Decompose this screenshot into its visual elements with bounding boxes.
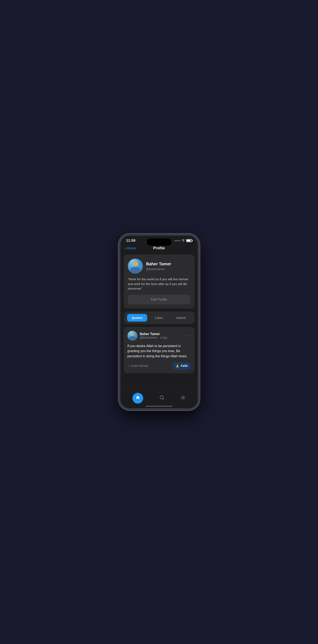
phone-screen: 11:59	[120, 236, 198, 408]
tab-bar-home[interactable]	[132, 393, 143, 404]
signal-dot-1	[175, 240, 176, 241]
profile-card: Baher Tamer @bahertamer "Work for this w…	[124, 254, 194, 308]
battery-icon	[186, 239, 192, 242]
faith-badge-button[interactable]: 🙏 Faith	[172, 362, 190, 370]
edit-profile-button[interactable]: Edit Profile	[128, 295, 190, 304]
battery-fill	[187, 240, 191, 242]
profile-name: Baher Tamer	[146, 262, 190, 266]
svg-point-1	[160, 396, 163, 399]
quote-user-info: Baher Tamer @bahertamer · 2 day	[128, 331, 167, 341]
signal-dot-2	[176, 240, 177, 241]
signal-dot-4	[179, 240, 180, 241]
signal-dot-3	[178, 240, 179, 241]
quote-avatar	[128, 331, 138, 341]
tab-bar-search[interactable]	[160, 395, 164, 401]
faith-label: Faith	[181, 364, 188, 368]
quote-time: 2 day	[160, 336, 167, 339]
side-button-right	[200, 267, 200, 281]
svg-point-0	[183, 241, 184, 242]
faith-icon: 🙏	[176, 364, 180, 368]
phone-frame: 11:59	[118, 234, 200, 410]
dynamic-island	[146, 238, 172, 246]
scroll-content[interactable]: Baher Tamer @bahertamer "Work for this w…	[120, 253, 198, 408]
chevron-left-icon: ‹	[124, 246, 126, 250]
quote-user-meta: @bahertamer · 2 day	[140, 336, 167, 339]
quote-text: If you desire Allah to be persistent in …	[128, 344, 191, 359]
avatar-image	[128, 259, 143, 274]
quote-card: Baher Tamer @bahertamer · 2 day ··· If y…	[124, 327, 194, 373]
home-icon	[136, 395, 140, 401]
search-icon	[160, 395, 164, 401]
tab-bar-settings[interactable]	[180, 395, 186, 401]
quote-footer: — Imam Ahmed 🙏 Faith	[128, 362, 191, 370]
profile-header: Baher Tamer @bahertamer	[128, 259, 190, 274]
tabs-card: Quotes Likes Saved	[124, 312, 194, 324]
back-button[interactable]: ‹ Home	[124, 246, 136, 250]
home-button[interactable]	[132, 393, 143, 404]
quote-author: — Imam Ahmed	[128, 364, 148, 368]
quote-separator: ·	[158, 336, 160, 339]
page-title: Profile	[153, 246, 165, 250]
home-indicator	[146, 406, 172, 407]
side-button	[118, 260, 119, 268]
wifi-icon	[182, 239, 185, 242]
status-time: 11:59	[126, 238, 136, 243]
quote-user-name: Baher Tamer	[140, 332, 167, 336]
tab-likes[interactable]: Likes	[149, 314, 169, 322]
profile-bio: "Work for this world as if you will live…	[128, 277, 190, 291]
profile-username: @bahertamer	[146, 267, 190, 271]
svg-point-2	[182, 397, 184, 398]
quote-handle: @bahertamer	[140, 336, 158, 339]
tab-quotes[interactable]: Quotes	[127, 314, 148, 322]
signal-icon	[175, 240, 180, 241]
profile-info: Baher Tamer @bahertamer	[146, 262, 190, 271]
back-label: Home	[126, 246, 136, 250]
avatar	[128, 259, 143, 274]
tab-saved[interactable]: Saved	[171, 314, 191, 322]
nav-bar: ‹ Home Profile	[120, 244, 198, 253]
quote-user-details: Baher Tamer @bahertamer · 2 day	[140, 332, 167, 339]
status-icons	[175, 239, 192, 242]
settings-icon	[180, 395, 186, 401]
quote-card-header: Baher Tamer @bahertamer · 2 day ···	[128, 331, 191, 341]
more-options-button[interactable]: ···	[186, 333, 191, 338]
